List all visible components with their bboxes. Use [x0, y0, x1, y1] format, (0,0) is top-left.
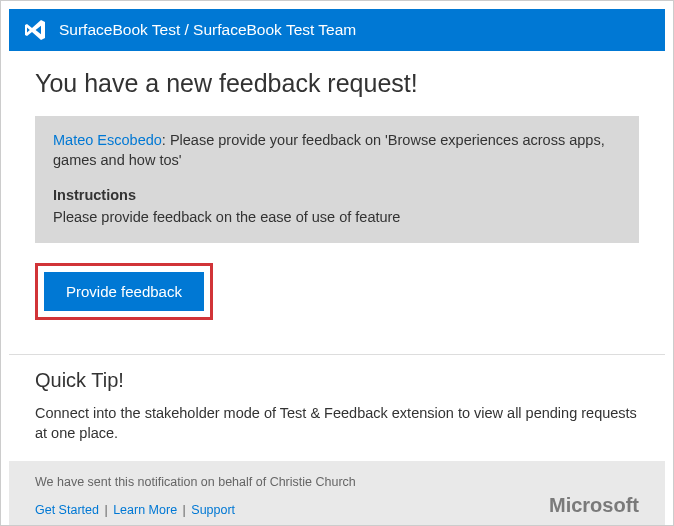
get-started-link[interactable]: Get Started	[35, 503, 99, 517]
request-panel: Mateo Escobedo: Please provide your feed…	[35, 116, 639, 243]
learn-more-link[interactable]: Learn More	[113, 503, 177, 517]
requester-link[interactable]: Mateo Escobedo	[53, 132, 162, 148]
page-title: You have a new feedback request!	[35, 69, 639, 98]
cta-highlight: Provide feedback	[35, 263, 213, 320]
link-separator: |	[183, 503, 186, 517]
tip-body: Connect into the stakeholder mode of Tes…	[9, 404, 665, 461]
provide-feedback-button[interactable]: Provide feedback	[44, 272, 204, 311]
header-title: SurfaceBook Test / SurfaceBook Test Team	[59, 21, 356, 39]
tip-title: Quick Tip!	[9, 369, 665, 392]
request-message: Mateo Escobedo: Please provide your feed…	[53, 130, 621, 171]
header-bar: SurfaceBook Test / SurfaceBook Test Team	[9, 9, 665, 51]
footer: We have sent this notification on behalf…	[9, 461, 665, 526]
vs-logo-icon	[23, 18, 47, 42]
section-divider	[9, 354, 665, 355]
microsoft-logo: Microsoft	[549, 494, 639, 517]
support-link[interactable]: Support	[191, 503, 235, 517]
instructions-label: Instructions	[53, 185, 621, 205]
instructions-body: Please provide feedback on the ease of u…	[53, 207, 621, 227]
link-separator: |	[104, 503, 107, 517]
behalf-text: We have sent this notification on behalf…	[35, 475, 639, 489]
